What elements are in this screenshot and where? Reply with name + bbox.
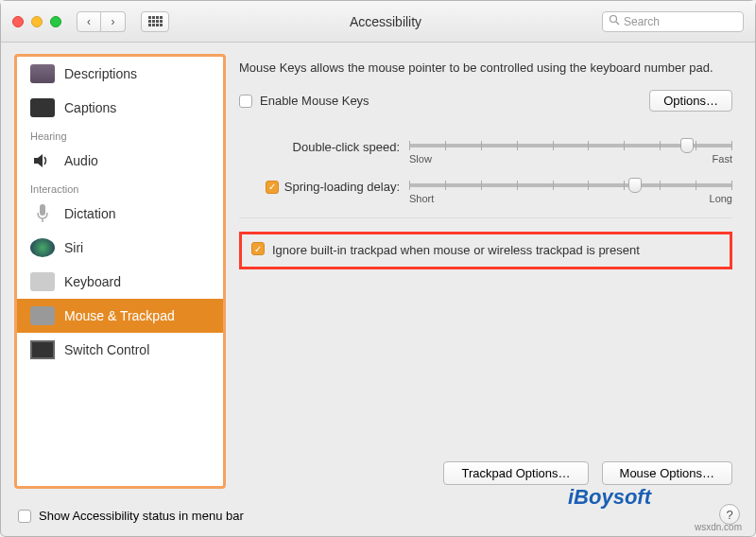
double-click-speed-label: Double-click speed:: [239, 138, 400, 154]
sidebar-item-label: Switch Control: [64, 342, 149, 357]
slider-min-label: Short: [409, 193, 434, 204]
sidebar-header-interaction: Interaction: [17, 178, 223, 197]
sidebar-item-label: Keyboard: [64, 274, 121, 289]
ignore-trackpad-highlight: ✓ Ignore built-in trackpad when mouse or…: [239, 232, 732, 269]
slider-thumb[interactable]: [680, 138, 694, 153]
preferences-window: ‹ › Accessibility Search Descriptions: [0, 0, 756, 537]
sidebar-item-label: Dictation: [64, 206, 115, 221]
sidebar-item-label: Mouse & Trackpad: [64, 308, 175, 323]
close-icon[interactable]: [12, 16, 24, 27]
microphone-icon: [30, 204, 55, 223]
trackpad-icon: [30, 306, 55, 325]
show-status-checkbox[interactable]: [18, 510, 31, 523]
spring-loading-label: Spring-loading delay:: [284, 180, 400, 194]
sidebar-item-label: Descriptions: [64, 66, 137, 81]
search-icon: [609, 14, 620, 28]
captions-icon: [30, 98, 55, 117]
description-text: Mouse Keys allows the mouse pointer to b…: [239, 60, 732, 77]
keyboard-icon: [30, 272, 55, 291]
zoom-icon[interactable]: [50, 16, 61, 27]
spring-loading-delay-row: ✓ Spring-loading delay: Short Long: [239, 178, 732, 204]
descriptions-icon: [30, 64, 55, 83]
ignore-trackpad-checkbox[interactable]: ✓: [251, 242, 265, 255]
slider-max-label: Fast: [713, 153, 732, 165]
sidebar-item-audio[interactable]: Audio: [17, 144, 223, 178]
spring-loading-delay-slider[interactable]: [409, 183, 732, 187]
siri-icon: [30, 238, 55, 257]
sidebar-item-label: Audio: [64, 153, 98, 168]
options-button[interactable]: Options…: [649, 90, 732, 112]
sidebar-item-switch-control[interactable]: Switch Control: [17, 333, 223, 367]
content-area: Descriptions Captions Hearing Audio Inte…: [1, 43, 755, 536]
enable-mouse-keys-label: Enable Mouse Keys: [260, 94, 369, 108]
speaker-icon: [30, 151, 55, 170]
svg-rect-2: [40, 204, 45, 216]
window-title: Accessibility: [177, 14, 594, 29]
slider-thumb[interactable]: [628, 178, 642, 193]
sidebar-item-siri[interactable]: Siri: [17, 231, 223, 265]
watermark-brand: iBoysoft: [568, 485, 651, 510]
sidebar-item-mouse-trackpad[interactable]: Mouse & Trackpad: [17, 299, 223, 333]
ignore-trackpad-label: Ignore built-in trackpad when mouse or w…: [272, 242, 640, 259]
switch-control-icon: [30, 340, 55, 359]
enable-mouse-keys-checkbox[interactable]: [239, 95, 252, 108]
slider-min-label: Slow: [409, 153, 432, 165]
sidebar-header-hearing: Hearing: [17, 125, 223, 144]
window-controls: [12, 16, 61, 27]
sidebar-item-descriptions[interactable]: Descriptions: [17, 57, 223, 91]
slider-max-label: Long: [710, 193, 732, 204]
enable-row: Enable Mouse Keys Options…: [239, 86, 732, 115]
watermark-site: wsxdn.com: [695, 522, 742, 532]
double-click-speed-slider[interactable]: [409, 144, 732, 147]
show-status-label: Show Accessibility status in menu bar: [39, 509, 244, 523]
trackpad-options-button[interactable]: Trackpad Options…: [443, 461, 588, 485]
footer-row: Show Accessibility status in menu bar: [18, 509, 244, 523]
forward-button[interactable]: ›: [101, 11, 126, 32]
titlebar: ‹ › Accessibility Search: [1, 1, 755, 43]
nav-buttons: ‹ ›: [77, 11, 126, 32]
grid-icon: [148, 16, 163, 26]
sidebar-item-label: Siri: [64, 240, 83, 255]
main-panel: Mouse Keys allows the mouse pointer to b…: [228, 43, 755, 536]
mouse-options-button[interactable]: Mouse Options…: [602, 461, 732, 485]
back-button[interactable]: ‹: [77, 11, 101, 32]
sidebar-item-keyboard[interactable]: Keyboard: [17, 265, 223, 299]
svg-point-0: [610, 16, 617, 23]
sidebar: Descriptions Captions Hearing Audio Inte…: [14, 54, 226, 489]
sidebar-item-label: Captions: [64, 100, 116, 115]
double-click-speed-row: Double-click speed: Slow Fast: [239, 138, 732, 165]
sidebar-container: Descriptions Captions Hearing Audio Inte…: [1, 43, 228, 536]
search-input[interactable]: Search: [602, 11, 744, 32]
sidebar-item-dictation[interactable]: Dictation: [17, 197, 223, 231]
search-placeholder: Search: [624, 15, 660, 28]
spring-loading-checkbox[interactable]: ✓: [266, 181, 279, 194]
show-all-button[interactable]: [141, 11, 169, 32]
svg-line-1: [616, 22, 619, 25]
separator: [239, 217, 732, 218]
sidebar-item-captions[interactable]: Captions: [17, 91, 223, 125]
bottom-buttons: Trackpad Options… Mouse Options…: [443, 461, 732, 485]
minimize-icon[interactable]: [31, 16, 43, 27]
